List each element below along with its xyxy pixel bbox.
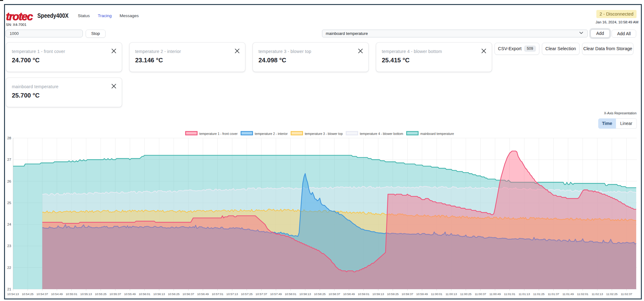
svg-text:10:56:01: 10:56:01 xyxy=(139,292,150,296)
svg-text:10:54:49: 10:54:49 xyxy=(51,292,63,296)
svg-text:25: 25 xyxy=(7,201,11,205)
svg-text:11:00:49: 11:00:49 xyxy=(489,292,501,296)
svg-text:21: 21 xyxy=(7,287,11,291)
svg-text:temperature 1 - front cover: temperature 1 - front cover xyxy=(199,132,238,136)
svg-text:mainboard temperature: mainboard temperature xyxy=(420,132,454,136)
svg-text:11:01:25: 11:01:25 xyxy=(533,292,545,296)
svg-text:10:54:37: 10:54:37 xyxy=(36,292,48,296)
svg-text:10:58:01: 10:58:01 xyxy=(285,292,296,296)
svg-text:temperature 2 - interior: temperature 2 - interior xyxy=(255,132,288,136)
svg-text:23: 23 xyxy=(7,244,11,248)
svg-text:11:01:49: 11:01:49 xyxy=(562,292,574,296)
svg-text:11:00:01: 11:00:01 xyxy=(431,292,443,296)
svg-text:10:59:49: 10:59:49 xyxy=(416,292,428,296)
svg-text:10:55:37: 10:55:37 xyxy=(110,292,121,296)
svg-text:11:00:25: 11:00:25 xyxy=(460,292,472,296)
svg-text:10:58:13: 10:58:13 xyxy=(299,292,311,296)
svg-text:10:57:37: 10:57:37 xyxy=(256,292,267,296)
svg-text:10:56:37: 10:56:37 xyxy=(182,292,194,296)
svg-text:11:01:01: 11:01:01 xyxy=(504,292,515,296)
svg-text:temperature 3 - blower top: temperature 3 - blower top xyxy=(305,132,343,136)
svg-text:11:00:13: 11:00:13 xyxy=(446,292,457,296)
svg-text:10:56:25: 10:56:25 xyxy=(168,292,179,296)
svg-text:10:57:13: 10:57:13 xyxy=(226,292,238,296)
svg-text:10:55:01: 10:55:01 xyxy=(66,292,77,296)
svg-text:10:59:25: 10:59:25 xyxy=(387,292,399,296)
svg-text:22: 22 xyxy=(7,266,11,270)
svg-text:28: 28 xyxy=(7,136,11,140)
svg-text:10:59:13: 10:59:13 xyxy=(372,292,384,296)
svg-text:10:55:13: 10:55:13 xyxy=(80,292,92,296)
svg-text:10:57:49: 10:57:49 xyxy=(270,292,282,296)
svg-text:27: 27 xyxy=(7,158,11,161)
svg-text:11:01:37: 11:01:37 xyxy=(548,292,559,296)
svg-text:10:58:49: 10:58:49 xyxy=(343,292,355,296)
svg-text:10:57:25: 10:57:25 xyxy=(241,292,253,296)
svg-text:10:55:49: 10:55:49 xyxy=(124,292,136,296)
svg-text:10:55:25: 10:55:25 xyxy=(95,292,107,296)
svg-text:10:56:13: 10:56:13 xyxy=(153,292,165,296)
svg-text:11:02:01: 11:02:01 xyxy=(577,292,589,296)
svg-text:26: 26 xyxy=(7,179,11,183)
svg-text:11:02:13: 11:02:13 xyxy=(592,292,603,296)
svg-text:10:58:25: 10:58:25 xyxy=(314,292,325,296)
svg-text:10:58:37: 10:58:37 xyxy=(329,292,340,296)
svg-text:11:02:37: 11:02:37 xyxy=(621,292,632,296)
svg-text:10:54:25: 10:54:25 xyxy=(22,292,33,296)
svg-text:10:59:37: 10:59:37 xyxy=(402,292,413,296)
svg-text:10:59:01: 10:59:01 xyxy=(358,292,369,296)
svg-text:24: 24 xyxy=(7,222,11,226)
svg-text:10:57:01: 10:57:01 xyxy=(212,292,223,296)
svg-text:temperature 4 - blower bottom: temperature 4 - blower bottom xyxy=(360,132,403,136)
svg-text:10:54:13: 10:54:13 xyxy=(7,292,19,296)
svg-text:11:00:37: 11:00:37 xyxy=(475,292,486,296)
svg-text:11:01:13: 11:01:13 xyxy=(519,292,530,296)
svg-text:11:02:25: 11:02:25 xyxy=(606,292,618,296)
svg-text:10:56:49: 10:56:49 xyxy=(197,292,209,296)
